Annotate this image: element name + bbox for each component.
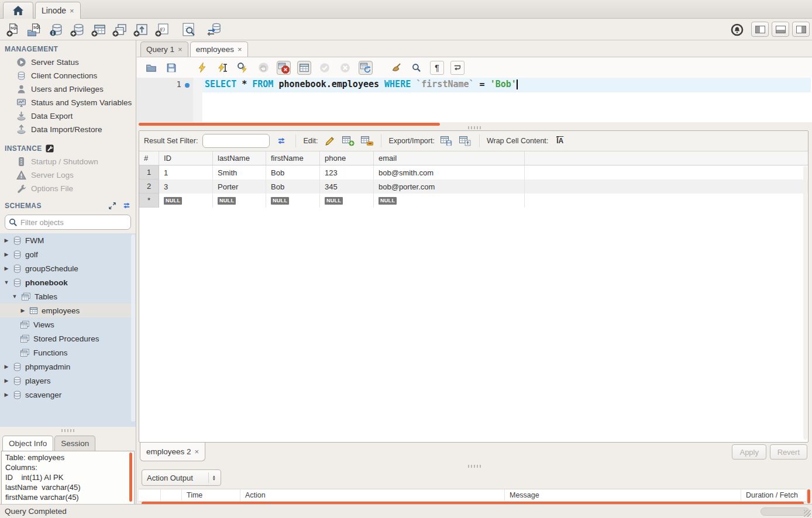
- schema-inspector-button[interactable]: [48, 22, 64, 37]
- expand-schemas-icon[interactable]: [108, 202, 116, 210]
- open-file-icon[interactable]: [144, 61, 158, 75]
- new-query-tab-button[interactable]: SQL: [5, 22, 20, 37]
- cell-firstname[interactable]: Bob: [266, 165, 320, 179]
- notifications-icon[interactable]: [729, 22, 745, 37]
- filter-search-icon[interactable]: [9, 218, 18, 227]
- tree-node-phonebook[interactable]: ▼ phonebook: [0, 275, 136, 289]
- wrap-cell-content-icon[interactable]: ĪA: [553, 134, 567, 148]
- tree-node-functions[interactable]: Functions: [0, 346, 136, 360]
- sidebar-item-server-logs[interactable]: Server Logs: [0, 168, 136, 182]
- action-output-selector[interactable]: Action Output ▲▼: [142, 469, 221, 486]
- connection-tab-linode[interactable]: Linode ×: [35, 2, 81, 19]
- toggle-left-sidebar-button[interactable]: [751, 22, 769, 37]
- tab-session[interactable]: Session: [54, 436, 95, 451]
- cell-lastname[interactable]: Porter: [213, 179, 266, 194]
- sidebar-item-data-import[interactable]: Data Import/Restore: [0, 123, 136, 136]
- toggle-right-sidebar-button[interactable]: [792, 22, 810, 37]
- cell-lastname[interactable]: NULL: [213, 194, 266, 208]
- output-splitter[interactable]: [137, 464, 812, 469]
- open-sql-script-button[interactable]: SQL: [26, 22, 42, 37]
- sidebar-splitter[interactable]: [0, 427, 136, 434]
- sidebar-item-users-privileges[interactable]: Users and Privileges: [0, 82, 136, 96]
- expander-icon[interactable]: ▶: [4, 364, 9, 369]
- expander-icon[interactable]: ▼: [4, 279, 9, 285]
- editor-result-splitter[interactable]: [137, 125, 812, 130]
- tree-node-groupschedule[interactable]: ▶ groupSchedule: [0, 261, 136, 275]
- expander-icon[interactable]: ▶: [20, 308, 26, 313]
- cell-id[interactable]: NULL: [159, 194, 213, 208]
- output-vertical-scrollbar[interactable]: [807, 489, 810, 503]
- explain-plan-icon[interactable]: [236, 61, 250, 75]
- create-schema-button[interactable]: [69, 22, 85, 37]
- create-table-button[interactable]: [90, 22, 106, 37]
- create-function-button[interactable]: f(): [153, 22, 169, 37]
- tree-node-fwm[interactable]: ▶ FWM: [0, 233, 136, 247]
- limit-rows-toggle[interactable]: [297, 61, 311, 75]
- cell-phone[interactable]: 123: [320, 165, 374, 179]
- result-set-filter-input[interactable]: [202, 134, 270, 148]
- sql-code-area[interactable]: 1 SELECT * FROM phonebook.employees WHER…: [137, 78, 812, 122]
- close-tab-icon[interactable]: ×: [238, 46, 242, 53]
- execute-query-icon[interactable]: [195, 61, 209, 75]
- expander-icon[interactable]: ▶: [4, 251, 9, 257]
- cell-email[interactable]: bob@smith.com: [374, 165, 525, 179]
- sidebar-item-startup-shutdown[interactable]: Startup / Shutdown: [0, 155, 136, 168]
- close-tab-icon[interactable]: ×: [178, 46, 183, 53]
- column-header-phone[interactable]: phone: [320, 151, 374, 165]
- stop-query-icon[interactable]: [256, 61, 270, 75]
- import-records-icon[interactable]: [458, 134, 472, 148]
- object-info-scrollbar[interactable]: [129, 453, 132, 502]
- cell-phone[interactable]: NULL: [320, 194, 374, 208]
- tree-node-employees[interactable]: ▶ employees: [0, 303, 136, 317]
- result-grid-vertical-scrollbar[interactable]: [803, 166, 807, 440]
- tree-node-tables[interactable]: ▼ Tables: [0, 289, 136, 303]
- tree-node-stored-procedures[interactable]: Stored Procedures: [0, 331, 136, 346]
- column-header-lastname[interactable]: lastName: [213, 151, 266, 165]
- cell-lastname[interactable]: Smith: [213, 165, 266, 179]
- tree-node-golf[interactable]: ▶ golf: [0, 247, 136, 261]
- database-sync-button[interactable]: [206, 22, 222, 37]
- close-tab-icon[interactable]: ×: [195, 448, 199, 455]
- output-column-action[interactable]: Action: [240, 489, 505, 501]
- table-row[interactable]: 2 3 Porter Bob 345 bob@porter.com: [139, 179, 808, 194]
- commit-icon[interactable]: [318, 61, 332, 75]
- tree-node-views[interactable]: Views: [0, 317, 136, 331]
- column-header-firstname[interactable]: firstName: [266, 151, 320, 165]
- beautify-script-icon[interactable]: [389, 61, 403, 75]
- wrap-text-icon[interactable]: [450, 61, 465, 75]
- tree-node-scavenger[interactable]: ▶ scavenger: [0, 388, 136, 402]
- edit-record-icon[interactable]: [322, 134, 336, 148]
- cell-firstname[interactable]: NULL: [266, 194, 320, 208]
- expander-icon[interactable]: ▼: [12, 293, 18, 299]
- refresh-results-icon[interactable]: [274, 134, 288, 148]
- search-table-data-button[interactable]: [180, 22, 196, 37]
- rollback-icon[interactable]: [338, 61, 352, 75]
- output-column-message[interactable]: Message: [505, 489, 741, 501]
- execute-current-statement-icon[interactable]: [215, 61, 229, 75]
- cell-firstname[interactable]: Bob: [266, 179, 320, 194]
- output-column-time[interactable]: Time: [182, 489, 240, 501]
- create-procedure-button[interactable]: [132, 22, 148, 37]
- show-invisibles-icon[interactable]: ¶: [430, 61, 444, 75]
- tab-result-employees-2[interactable]: employees 2 ×: [140, 443, 205, 461]
- expander-icon[interactable]: ▶: [4, 378, 9, 384]
- statusbar-scrollbar-thumb[interactable]: [761, 507, 810, 516]
- column-header-rownum[interactable]: #: [139, 151, 159, 165]
- refresh-schemas-icon[interactable]: [122, 201, 131, 210]
- window-resize-grip[interactable]: [804, 510, 811, 517]
- sidebar-item-client-connections[interactable]: Client Connections: [0, 69, 136, 82]
- cell-id[interactable]: 1: [159, 165, 213, 179]
- add-row-icon[interactable]: [341, 134, 355, 148]
- output-column-duration[interactable]: Duration / Fetch: [741, 489, 806, 501]
- table-row[interactable]: 1 1 Smith Bob 123 bob@smith.com: [139, 165, 808, 179]
- tree-node-phpmyadmin[interactable]: ▶ phpmyadmin: [0, 360, 136, 374]
- cell-email[interactable]: NULL: [374, 194, 525, 208]
- find-icon[interactable]: [410, 61, 424, 75]
- expander-icon[interactable]: ▶: [4, 265, 9, 271]
- cell-phone[interactable]: 345: [320, 179, 374, 194]
- tree-vertical-scrollbar[interactable]: [131, 234, 135, 422]
- table-row-new[interactable]: * NULL NULL NULL NULL NULL: [139, 194, 808, 208]
- tab-query-1[interactable]: Query 1 ×: [140, 42, 188, 57]
- toggle-bottom-panel-button[interactable]: [772, 22, 789, 37]
- save-script-icon[interactable]: [164, 61, 178, 75]
